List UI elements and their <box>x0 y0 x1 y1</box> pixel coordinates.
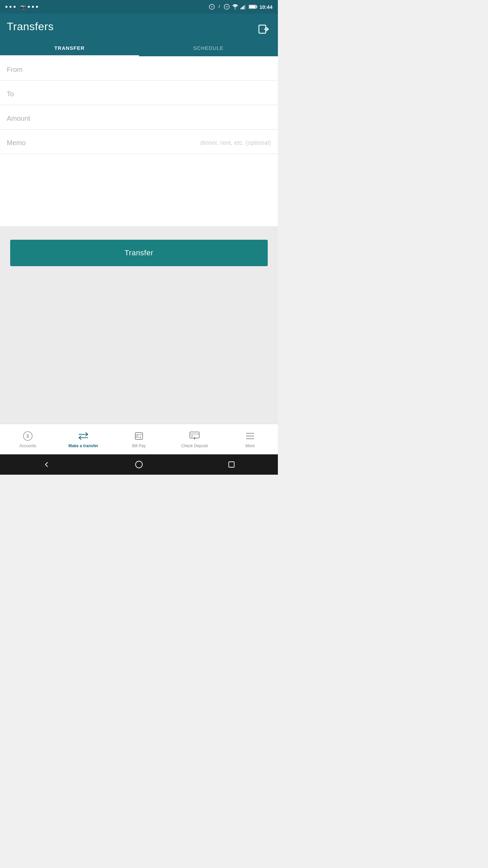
nav-make-transfer[interactable]: Make a transfer <box>56 424 111 454</box>
check-deposit-icon <box>189 431 200 441</box>
svg-rect-6 <box>242 7 243 9</box>
svg-point-20 <box>136 461 142 468</box>
memo-placeholder: dinner, rent, etc. (optional) <box>200 139 271 146</box>
status-time: 10:44 <box>260 4 272 10</box>
transfer-icon <box>78 431 89 441</box>
svg-rect-7 <box>243 6 244 9</box>
logout-button[interactable] <box>256 22 271 37</box>
accounts-icon: $ <box>22 431 33 441</box>
nav-bill-pay[interactable]: Bill Pay <box>111 424 167 454</box>
from-label: From <box>7 66 23 73</box>
amount-field[interactable]: Amount <box>0 105 278 130</box>
svg-rect-10 <box>256 6 257 7</box>
tabs-container: TRANSFER SCHEDULE <box>0 40 278 56</box>
svg-rect-8 <box>244 5 245 9</box>
action-section: Transfer <box>0 226 278 352</box>
recents-button[interactable] <box>225 458 238 471</box>
to-field[interactable]: To <box>0 81 278 105</box>
tab-schedule[interactable]: SCHEDULE <box>139 40 278 56</box>
to-label: To <box>7 90 14 98</box>
android-nav-bar <box>0 454 278 475</box>
bill-pay-icon <box>134 431 144 441</box>
svg-text:+: + <box>211 5 212 8</box>
tab-transfer[interactable]: TRANSFER <box>0 40 139 56</box>
svg-point-4 <box>235 8 236 9</box>
from-field[interactable]: From <box>0 56 278 81</box>
svg-rect-11 <box>249 5 256 8</box>
status-right: + 10:44 <box>209 4 272 10</box>
spacer <box>0 352 278 424</box>
app-header: Transfers <box>0 14 278 40</box>
svg-text:$: $ <box>26 433 29 439</box>
svg-rect-5 <box>241 8 242 9</box>
memo-field[interactable]: Memo dinner, rent, etc. (optional) <box>0 130 278 154</box>
nav-more[interactable]: More <box>222 424 278 454</box>
nav-accounts[interactable]: $ Accounts <box>0 424 56 454</box>
amount-label: Amount <box>7 115 30 122</box>
more-icon <box>245 431 256 441</box>
page-title: Transfers <box>7 20 54 40</box>
transfer-button[interactable]: Transfer <box>10 240 268 266</box>
status-left: 📷 <box>5 4 38 9</box>
nav-check-deposit[interactable]: Check Deposit <box>167 424 222 454</box>
back-button[interactable] <box>40 458 53 471</box>
form-area: From To Amount Memo dinner, rent, etc. (… <box>0 56 278 226</box>
bottom-nav: $ Accounts Make a transfer Bill Pay <box>0 424 278 454</box>
memo-label: Memo <box>7 139 26 147</box>
status-bar: 📷 + <box>0 0 278 14</box>
svg-rect-21 <box>229 462 234 467</box>
home-button[interactable] <box>133 458 145 471</box>
